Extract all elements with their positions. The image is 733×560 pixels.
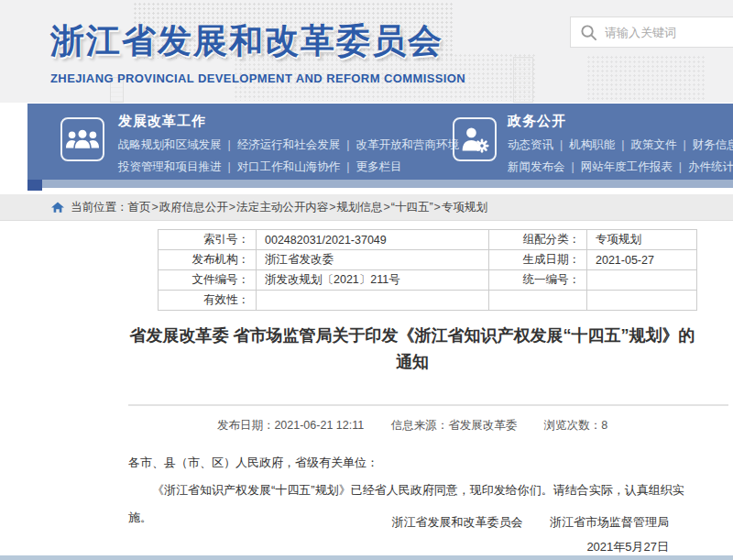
nav-separator: |	[340, 138, 356, 151]
nav-separator: |	[553, 138, 569, 151]
nav-section-title[interactable]: 政务公开	[508, 113, 733, 130]
signature-orgs: 浙江省发展和改革委员会 浙江省市场监督管理局	[128, 510, 669, 534]
article-title: 省发展改革委 省市场监管局关于印发《浙江省知识产权发展“十四五”规划》的 通知	[92, 323, 733, 376]
nav-separator: |	[222, 138, 237, 151]
meta-label: 统一编号：	[489, 270, 587, 291]
table-row: 发布机构： 浙江省发改委 生成日期： 2021-05-27	[159, 250, 697, 270]
building-sketch-decoration	[513, 57, 533, 103]
meta-value	[257, 291, 489, 311]
nav-link[interactable]: 经济运行和社会发展	[237, 138, 341, 151]
nav-separator: |	[677, 138, 693, 151]
main-nav: 发展改革工作 战略规划和区域发展|经济运行和社会发展|改革开放和营商环境 投资管…	[27, 104, 733, 180]
nav-link[interactable]: 更多栏目	[356, 160, 402, 173]
people-group-icon	[60, 117, 104, 161]
nav-links-row: 战略规划和区域发展|经济运行和社会发展|改革开放和营商环境	[118, 137, 459, 153]
nav-link[interactable]: 投资管理和项目推进	[118, 160, 222, 173]
nav-link[interactable]: 对口工作和山海协作	[237, 160, 341, 173]
nav-links-row: 动态资讯|机构职能|政策文件|财务信息|人事信息	[508, 137, 733, 153]
nav-link[interactable]: 财务信息	[693, 138, 733, 151]
nav-link[interactable]: 改革开放和营商环境	[356, 138, 460, 151]
nav-links-row: 投资管理和项目推进|对口工作和山海协作|更多栏目	[118, 159, 459, 175]
publish-date-label: 发布日期：	[217, 419, 275, 432]
breadcrumb-label: 当前位置：	[71, 200, 128, 215]
breadcrumb-separator: >	[382, 201, 390, 214]
meta-label: 发布机构：	[159, 250, 257, 270]
nav-bottom-notch	[27, 180, 42, 191]
meta-value: 浙发改规划〔2021〕211号	[257, 270, 489, 291]
site-header: 浙江省发展和改革委员会 ZHEJIANG PROVINCIAL DEVELOPM…	[0, 0, 733, 103]
article-paragraph: 各市、县（市、区）人民政府，省级有关单位：	[128, 449, 696, 477]
meta-value: 2021-05-27	[587, 250, 697, 270]
breadcrumb-separator: >	[151, 201, 159, 214]
nav-separator: |	[340, 160, 356, 173]
nav-link[interactable]: 新闻发布会	[508, 160, 565, 173]
nav-link[interactable]: 网站年度工作报表	[581, 160, 673, 173]
table-row: 索引号： 002482031/2021-37049 组配分类： 专项规划	[159, 230, 697, 250]
nav-link[interactable]: 办件统计	[688, 160, 733, 173]
worldmap-dots-decoration	[586, 55, 706, 101]
nav-section-title[interactable]: 发展改革工作	[118, 113, 459, 130]
nav-separator: |	[565, 160, 581, 173]
site-title: 浙江省发展和改革委员会	[50, 18, 465, 64]
nav-link[interactable]: 动态资讯	[508, 138, 553, 151]
meta-label: 索引号：	[159, 230, 257, 250]
breadcrumb-item[interactable]: 规划信息	[336, 200, 382, 215]
nav-link[interactable]: 战略规划和区域发展	[118, 138, 222, 151]
article-meta: 发布日期：2021-06-21 12:11 信息来源：省发展改革委 浏览次数：8	[92, 418, 733, 434]
article-title-line2: 通知	[92, 349, 733, 376]
person-gear-icon	[453, 117, 497, 161]
meta-value	[587, 291, 697, 311]
meta-label: 有效性：	[159, 291, 257, 311]
nav-bottom-strip	[42, 180, 733, 188]
nav-link[interactable]: 政策文件	[631, 138, 677, 151]
nav-separator: |	[673, 160, 688, 173]
site-brand: 浙江省发展和改革委员会 ZHEJIANG PROVINCIAL DEVELOPM…	[50, 18, 465, 85]
meta-value: 专项规划	[587, 230, 697, 250]
meta-label	[489, 291, 587, 311]
title-divider	[128, 404, 728, 406]
doc-meta-table: 索引号： 002482031/2021-37049 组配分类： 专项规划 发布机…	[158, 229, 697, 311]
publish-date: 2021-06-21 12:11	[274, 419, 364, 432]
search-icon[interactable]	[580, 24, 597, 41]
views-count: 8	[601, 419, 607, 432]
breadcrumb-item[interactable]: “十四五”	[391, 200, 433, 215]
meta-label: 文件编号：	[159, 270, 257, 291]
breadcrumb-separator: >	[228, 201, 236, 214]
nav-link[interactable]: 机构职能	[569, 138, 615, 151]
views-label: 浏览次数：	[544, 419, 602, 432]
search-input[interactable]	[605, 26, 733, 39]
nav-separator: |	[615, 138, 630, 151]
source: 省发展改革委	[448, 419, 517, 432]
breadcrumb-item[interactable]: 专项规划	[442, 200, 487, 215]
search-box[interactable]	[570, 16, 733, 48]
signature-block: 浙江省发展和改革委员会 浙江省市场监督管理局 2021年5月27日	[128, 510, 669, 559]
source-label: 信息来源：	[391, 419, 449, 432]
breadcrumb: 当前位置：首页>政府信息公开>法定主动公开内容>规划信息> “十四五” >专项规…	[0, 194, 733, 221]
footer-divider-line	[0, 555, 733, 560]
site-subtitle: ZHEJIANG PROVINCIAL DEVELOPMENT AND REFO…	[50, 71, 465, 85]
breadcrumb-item[interactable]: 法定主动公开内容	[236, 200, 328, 215]
meta-value	[587, 270, 697, 291]
home-icon	[51, 202, 64, 214]
breadcrumb-item[interactable]: 政府信息公开	[159, 200, 228, 215]
table-row: 有效性：	[159, 291, 697, 311]
meta-label: 组配分类：	[489, 230, 587, 250]
breadcrumb-separator: >	[433, 201, 442, 214]
nav-separator: |	[222, 160, 237, 173]
meta-value: 002482031/2021-37049	[257, 230, 489, 250]
article-title-line1: 省发展改革委 省市场监管局关于印发《浙江省知识产权发展“十四五”规划》的	[92, 323, 733, 349]
breadcrumb-item[interactable]: 首页	[128, 200, 151, 215]
meta-label: 生成日期：	[489, 250, 587, 270]
nav-links-row: 新闻发布会|网站年度工作报表|办件统计|数据统计	[508, 159, 733, 175]
signature-org: 浙江省发展和改革委员会	[391, 515, 522, 529]
breadcrumb-separator: >	[328, 201, 336, 214]
page: 浙江省发展和改革委员会 ZHEJIANG PROVINCIAL DEVELOPM…	[0, 0, 733, 560]
table-row: 文件编号： 浙发改规划〔2021〕211号 统一编号：	[159, 270, 697, 291]
signature-org: 浙江省市场监督管理局	[550, 515, 669, 529]
meta-value: 浙江省发改委	[257, 250, 489, 270]
